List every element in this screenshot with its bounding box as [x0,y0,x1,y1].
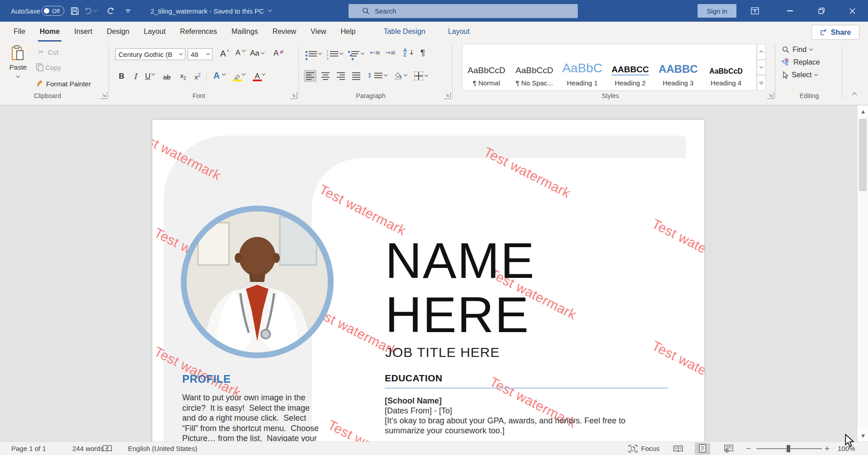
sort-button[interactable]: AZ ↓ [403,48,415,57]
word-count[interactable]: 244 words [72,442,104,455]
underline-button[interactable]: U [142,70,154,82]
format-painter-button[interactable]: Format Painter [36,80,91,88]
text-highlight-button[interactable] [231,70,243,82]
sign-in-button[interactable]: Sign in [698,4,736,18]
tab-design[interactable]: Design [99,22,137,42]
superscript-button[interactable]: x2 [192,70,203,82]
print-layout-button[interactable] [695,442,710,455]
style-heading-4[interactable]: AaBbCcD Heading 4 [702,44,750,90]
shrink-font-button[interactable]: A [236,49,245,57]
redo-button[interactable] [104,0,118,22]
undo-button[interactable] [83,0,97,22]
close-button[interactable] [839,0,865,22]
style-heading-3[interactable]: AABBC Heading 3 [654,44,702,90]
font-color-dropdown[interactable] [262,74,265,75]
document-area[interactable]: Test watermark Test watermark Test water… [0,105,868,441]
scroll-down-button[interactable]: ▼ [858,430,868,441]
resume-name[interactable]: NAME HERE [385,234,535,342]
tab-review[interactable]: Review [265,22,303,42]
style-heading-2[interactable]: AABBCC Heading 2 [606,44,654,90]
styles-scroll-down-button[interactable] [757,60,766,75]
ribbon-display-options-button[interactable] [742,0,768,22]
line-spacing-button[interactable]: ↕ [367,71,387,80]
subscript-button[interactable]: x2 [177,70,189,82]
bold-button[interactable]: B [116,70,127,82]
clipboard-dialog-launcher[interactable]: ↘ [100,92,107,99]
education-section[interactable]: EDUCATION [School Name] [Dates From] - [… [385,373,668,436]
tab-layout[interactable]: Layout [137,22,173,42]
tab-table-design[interactable]: Table Design [376,22,433,42]
web-layout-button[interactable] [721,442,736,455]
highlight-dropdown[interactable] [242,74,245,75]
tab-references[interactable]: References [173,22,224,42]
copy-button[interactable]: Copy [36,63,61,71]
focus-mode-button[interactable]: Focus [628,442,660,455]
borders-button[interactable] [414,71,428,80]
tab-help[interactable]: Help [333,22,363,42]
change-case-button[interactable]: Aa [250,49,264,58]
scroll-up-button[interactable]: ▲ [858,105,868,117]
bullets-button[interactable] [306,50,321,58]
align-left-button[interactable] [304,70,316,82]
clear-formatting-button[interactable]: A [274,49,284,58]
find-button[interactable]: Find [782,46,812,54]
replace-button[interactable]: b c ⟲ Replace [782,58,820,66]
paragraph-dialog-launcher[interactable]: ↘ [444,92,451,99]
document-page[interactable]: Test watermark Test watermark Test water… [152,120,704,441]
shading-button[interactable] [394,71,407,80]
minimize-button[interactable] [777,0,803,22]
font-dialog-launcher[interactable]: ↘ [290,92,297,99]
profile-section[interactable]: PROFILE Want to put your own image in th… [182,373,319,441]
zoom-in-button[interactable]: + [825,442,830,455]
tab-home[interactable]: Home [33,22,67,42]
underline-dropdown[interactable] [152,74,155,75]
proofing-status-button[interactable] [102,442,112,455]
cut-button[interactable]: ✂ Cut [36,47,58,57]
resume-job-title[interactable]: JOB TITLE HERE [385,345,500,360]
style-normal[interactable]: AaBbCcD ¶ Normal [462,44,510,90]
styles-more-button[interactable] [757,75,766,91]
page-indicator[interactable]: Page 1 of 1 [11,442,46,455]
font-name-combo[interactable]: Century Gothic (B [115,48,185,60]
zoom-out-button[interactable]: − [746,442,751,455]
restore-button[interactable] [808,0,835,22]
read-mode-button[interactable] [670,442,686,455]
tab-view[interactable]: View [303,22,333,42]
multilevel-list-button[interactable] [348,50,364,58]
save-button[interactable] [68,0,81,22]
vertical-scrollbar[interactable]: ▲ ▼ [857,105,868,441]
text-effects-dropdown[interactable] [222,74,225,75]
align-center-button[interactable] [319,70,332,82]
strikethrough-button[interactable]: ab [161,70,173,82]
zoom-slider-thumb[interactable] [787,445,790,452]
paste-button[interactable]: Paste [6,45,30,79]
styles-dialog-launcher[interactable]: ↘ [767,92,774,99]
document-title[interactable]: 2_tiling_watermark - Saved to this PC [151,0,271,22]
share-button[interactable]: Share [811,25,859,40]
search-bar[interactable] [349,4,578,18]
increase-indent-button[interactable]: →≡ [385,49,396,56]
customize-quick-access-toolbar-button[interactable] [121,0,135,22]
text-effects-button[interactable]: A [211,70,222,82]
tab-mailings[interactable]: Mailings [224,22,265,42]
decrease-indent-button[interactable]: ←≡ [370,49,380,56]
style-no-spacing[interactable]: AaBbCcD ¶ No Spac... [510,44,558,90]
font-color-button[interactable]: A [251,70,263,82]
profile-photo[interactable] [181,206,334,358]
scrollbar-thumb[interactable] [859,119,867,191]
align-right-button[interactable] [335,70,347,82]
tab-insert[interactable]: Insert [67,22,99,42]
search-input[interactable] [374,7,520,15]
italic-button[interactable]: I [129,70,141,82]
justify-button[interactable] [350,70,363,82]
autosave-toggle[interactable]: Off [42,0,64,22]
collapse-ribbon-button[interactable] [853,90,856,99]
select-button[interactable]: Select [782,71,817,79]
style-heading-1[interactable]: AaBbC Heading 1 [558,44,606,90]
font-size-combo[interactable]: 48 [188,48,212,60]
language-indicator[interactable]: English (United States) [128,442,197,455]
styles-scroll-up-button[interactable] [757,44,766,60]
numbering-button[interactable]: 1 2 3 [326,50,343,58]
show-formatting-button[interactable]: ¶ [420,48,425,58]
grow-font-button[interactable]: A^ [220,49,229,59]
